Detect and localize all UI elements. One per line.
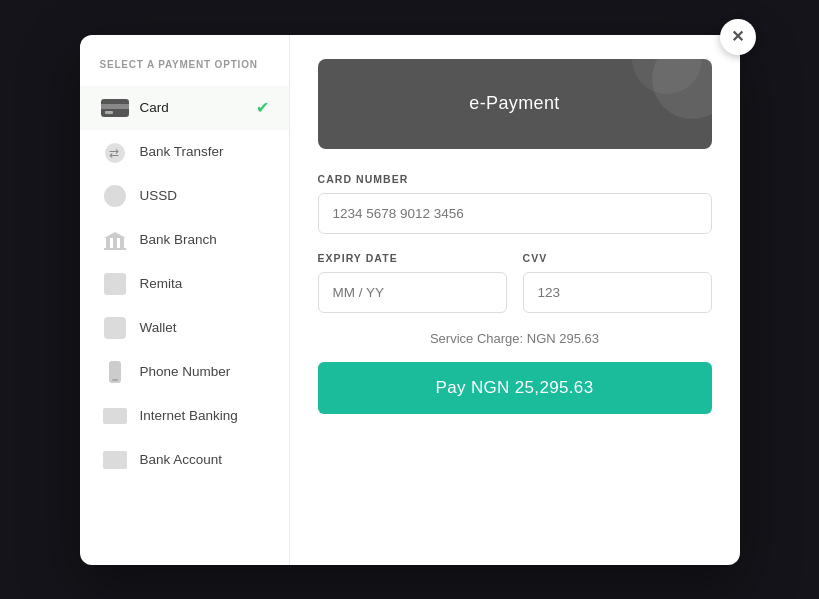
sidebar-item-bank-transfer[interactable]: ⇄ Bank Transfer bbox=[80, 130, 289, 174]
card-icon bbox=[100, 97, 130, 119]
wallet-icon bbox=[100, 317, 130, 339]
check-icon: ✔ bbox=[256, 98, 269, 117]
payment-modal: ✕ Select a Payment Option Card ✔ bbox=[80, 35, 740, 565]
card-number-label: CARD NUMBER bbox=[318, 173, 712, 185]
sidebar-wallet-label: Wallet bbox=[140, 320, 269, 335]
epayment-banner: e-Payment bbox=[318, 59, 712, 149]
card-payment-form: e-Payment CARD NUMBER EXPIRY DATE CVV Se… bbox=[290, 35, 740, 565]
card-number-input[interactable] bbox=[318, 193, 712, 234]
svg-rect-1 bbox=[101, 104, 129, 109]
phone-icon bbox=[100, 361, 130, 383]
expiry-input[interactable] bbox=[318, 272, 507, 313]
banner-text: e-Payment bbox=[469, 93, 559, 114]
modal-overlay: ✕ Select a Payment Option Card ✔ bbox=[0, 0, 819, 599]
remita-icon bbox=[100, 273, 130, 295]
svg-text:⇄: ⇄ bbox=[109, 146, 119, 160]
svg-rect-8 bbox=[120, 238, 124, 248]
bank-branch-icon bbox=[100, 229, 130, 251]
sidebar-item-wallet[interactable]: Wallet bbox=[80, 306, 289, 350]
sidebar-bank-branch-label: Bank Branch bbox=[140, 232, 269, 247]
sidebar-card-label: Card bbox=[140, 100, 252, 115]
close-button[interactable]: ✕ bbox=[720, 19, 756, 55]
pay-button[interactable]: Pay NGN 25,295.63 bbox=[318, 362, 712, 414]
sidebar-internet-banking-label: Internet Banking bbox=[140, 408, 269, 423]
sidebar-item-bank-branch[interactable]: Bank Branch bbox=[80, 218, 289, 262]
bank-transfer-icon: ⇄ bbox=[100, 141, 130, 163]
sidebar-item-ussd[interactable]: USSD bbox=[80, 174, 289, 218]
svg-rect-2 bbox=[105, 111, 113, 114]
card-number-group: CARD NUMBER bbox=[318, 173, 712, 234]
svg-rect-11 bbox=[112, 379, 118, 381]
cvv-label: CVV bbox=[523, 252, 712, 264]
sidebar-header: Select a Payment Option bbox=[80, 59, 289, 86]
expiry-cvv-row: EXPIRY DATE CVV bbox=[318, 252, 712, 313]
bank-account-icon bbox=[100, 449, 130, 471]
sidebar-bank-transfer-label: Bank Transfer bbox=[140, 144, 269, 159]
sidebar-ussd-label: USSD bbox=[140, 188, 269, 203]
expiry-group: EXPIRY DATE bbox=[318, 252, 507, 313]
cvv-group: CVV bbox=[523, 252, 712, 313]
sidebar-item-phone-number[interactable]: Phone Number bbox=[80, 350, 289, 394]
ussd-icon bbox=[100, 185, 130, 207]
sidebar-remita-label: Remita bbox=[140, 276, 269, 291]
cvv-input[interactable] bbox=[523, 272, 712, 313]
sidebar-item-remita[interactable]: Remita bbox=[80, 262, 289, 306]
sidebar-item-internet-banking[interactable]: Internet Banking bbox=[80, 394, 289, 438]
internet-banking-icon bbox=[100, 405, 130, 427]
svg-rect-6 bbox=[106, 238, 110, 248]
sidebar-phone-label: Phone Number bbox=[140, 364, 269, 379]
sidebar-item-card[interactable]: Card ✔ bbox=[80, 86, 289, 130]
svg-marker-5 bbox=[104, 232, 126, 238]
sidebar-item-bank-account[interactable]: Bank Account bbox=[80, 438, 289, 482]
expiry-label: EXPIRY DATE bbox=[318, 252, 507, 264]
sidebar-bank-account-label: Bank Account bbox=[140, 452, 269, 467]
payment-options-sidebar: Select a Payment Option Card ✔ ⇄ bbox=[80, 35, 290, 565]
svg-rect-7 bbox=[113, 238, 117, 248]
svg-rect-9 bbox=[104, 248, 126, 250]
service-charge-text: Service Charge: NGN 295.63 bbox=[318, 331, 712, 346]
